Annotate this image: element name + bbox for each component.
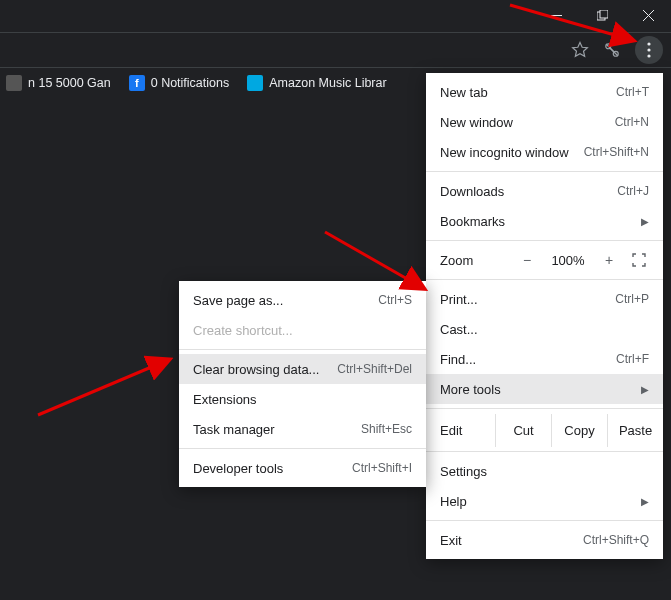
submenu-create-shortcut: Create shortcut... [179,315,426,345]
svg-rect-2 [600,10,608,18]
main-menu: New tabCtrl+T New windowCtrl+N New incog… [426,73,663,559]
menu-exit[interactable]: ExitCtrl+Shift+Q [426,525,663,555]
url-bar [0,32,671,68]
bookmark-label: Amazon Music Librar [269,76,386,90]
separator [426,240,663,241]
menu-find[interactable]: Find...Ctrl+F [426,344,663,374]
window-controls [533,0,671,30]
menu-zoom: Zoom − 100% + [426,245,663,275]
menu-edit: Edit Cut Copy Paste [426,413,663,447]
zoom-in-button[interactable]: + [597,252,621,268]
star-icon[interactable] [571,41,589,59]
copy-button[interactable]: Copy [551,414,607,447]
menu-new-window[interactable]: New windowCtrl+N [426,107,663,137]
separator [179,448,426,449]
separator [426,408,663,409]
screenshot-icon[interactable] [603,41,621,59]
separator [426,451,663,452]
facebook-icon: f [129,75,145,91]
menu-settings[interactable]: Settings [426,456,663,486]
submenu-task-manager[interactable]: Task managerShift+Esc [179,414,426,444]
bookmarks-bar: n 15 5000 Gan f 0 Notifications Amazon M… [0,68,387,98]
menu-help[interactable]: Help▶ [426,486,663,516]
svg-point-9 [647,42,650,45]
bookmark-item[interactable]: Amazon Music Librar [247,75,386,91]
bookmark-label: 0 Notifications [151,76,230,90]
zoom-out-button[interactable]: − [515,252,539,268]
zoom-value: 100% [547,253,589,268]
menu-downloads[interactable]: DownloadsCtrl+J [426,176,663,206]
cut-button[interactable]: Cut [495,414,551,447]
more-icon[interactable] [635,36,663,64]
menu-more-tools[interactable]: More tools▶ [426,374,663,404]
more-tools-submenu: Save page as...Ctrl+S Create shortcut...… [179,281,426,487]
submenu-save-page[interactable]: Save page as...Ctrl+S [179,285,426,315]
bookmark-icon [6,75,22,91]
bookmark-item[interactable]: f 0 Notifications [129,75,230,91]
menu-new-incognito[interactable]: New incognito windowCtrl+Shift+N [426,137,663,167]
bookmark-label: n 15 5000 Gan [28,76,111,90]
paste-button[interactable]: Paste [607,414,663,447]
svg-point-10 [647,48,650,51]
separator [426,520,663,521]
caret-right-icon: ▶ [641,384,649,395]
minimize-button[interactable] [533,0,579,30]
maximize-button[interactable] [579,0,625,30]
submenu-developer-tools[interactable]: Developer toolsCtrl+Shift+I [179,453,426,483]
separator [179,349,426,350]
separator [426,171,663,172]
amazon-music-icon [247,75,263,91]
svg-line-13 [325,232,423,288]
menu-bookmarks[interactable]: Bookmarks▶ [426,206,663,236]
svg-point-11 [647,54,650,57]
close-button[interactable] [625,0,671,30]
menu-print[interactable]: Print...Ctrl+P [426,284,663,314]
svg-line-14 [38,360,168,415]
caret-right-icon: ▶ [641,496,649,507]
caret-right-icon: ▶ [641,216,649,227]
fullscreen-icon[interactable] [629,253,649,267]
separator [426,279,663,280]
bookmark-item[interactable]: n 15 5000 Gan [6,75,111,91]
submenu-extensions[interactable]: Extensions [179,384,426,414]
menu-new-tab[interactable]: New tabCtrl+T [426,77,663,107]
submenu-clear-browsing-data[interactable]: Clear browsing data...Ctrl+Shift+Del [179,354,426,384]
menu-cast[interactable]: Cast... [426,314,663,344]
